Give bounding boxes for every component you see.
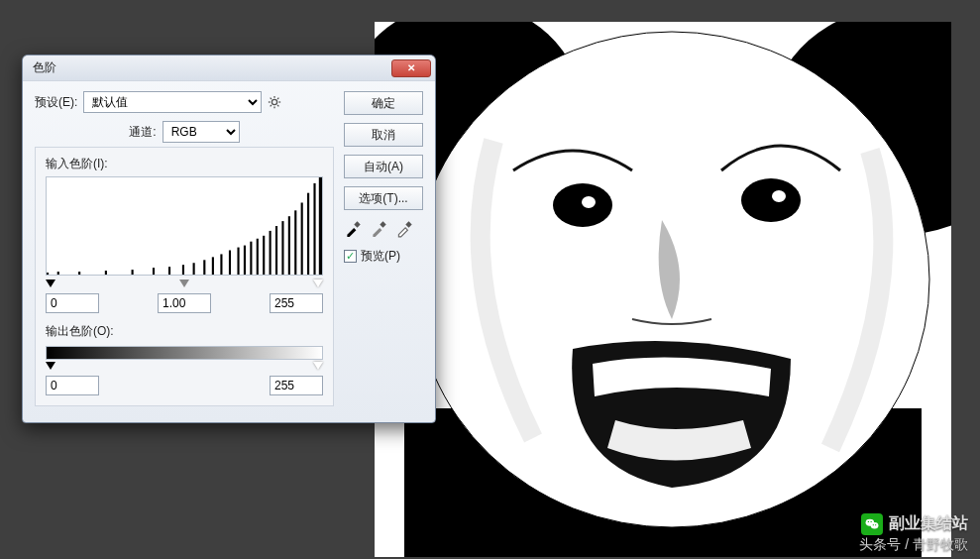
svg-rect-36: [275, 226, 277, 275]
output-levels-label: 输出色阶(O):: [46, 323, 323, 340]
input-white-field[interactable]: [270, 293, 323, 313]
svg-rect-37: [281, 221, 283, 275]
levels-dialog: 色阶 ✕ 预设(E): 默认值 通道: RGB 输入: [22, 55, 436, 423]
svg-rect-43: [319, 177, 322, 275]
svg-rect-23: [168, 267, 170, 275]
output-white-field[interactable]: [270, 376, 323, 395]
svg-rect-21: [132, 270, 134, 275]
cancel-button[interactable]: 取消: [344, 123, 423, 147]
preset-label: 预设(E):: [35, 94, 77, 111]
output-black-field[interactable]: [46, 376, 99, 395]
svg-point-51: [873, 524, 874, 525]
svg-rect-22: [153, 268, 155, 275]
black-eyedropper-icon[interactable]: [344, 220, 362, 238]
output-gradient[interactable]: [46, 346, 323, 360]
svg-rect-35: [270, 231, 272, 275]
dialog-titlebar[interactable]: 色阶 ✕: [23, 56, 435, 81]
svg-rect-42: [313, 183, 315, 275]
ok-button[interactable]: 确定: [344, 91, 423, 115]
options-button[interactable]: 选项(T)...: [344, 186, 423, 210]
preset-select[interactable]: 默认值: [83, 91, 262, 113]
white-eyedropper-icon[interactable]: [395, 220, 413, 238]
output-slider[interactable]: [46, 362, 323, 370]
input-gamma-field[interactable]: [158, 293, 211, 313]
svg-rect-33: [257, 239, 259, 275]
svg-rect-24: [182, 265, 184, 275]
black-point-slider[interactable]: [46, 280, 55, 287]
svg-line-14: [277, 105, 278, 106]
input-black-field[interactable]: [46, 293, 99, 313]
gamma-slider[interactable]: [179, 280, 189, 287]
svg-rect-30: [237, 248, 239, 275]
svg-point-48: [871, 522, 879, 529]
svg-rect-44: [354, 221, 360, 227]
svg-rect-26: [203, 260, 205, 275]
input-levels-group: 输入色阶(I):: [35, 147, 334, 406]
auto-button[interactable]: 自动(A): [344, 155, 423, 178]
svg-rect-41: [307, 193, 309, 275]
svg-line-16: [277, 98, 278, 99]
svg-rect-38: [288, 216, 290, 275]
gray-eyedropper-icon[interactable]: [370, 220, 387, 238]
wechat-icon: [861, 513, 883, 535]
histogram[interactable]: [46, 176, 323, 276]
input-levels-label: 输入色阶(I):: [46, 156, 323, 172]
watermark-sub: 头条号 / 青野牧歌: [859, 535, 968, 553]
dialog-title: 色阶: [33, 59, 56, 76]
svg-rect-39: [294, 210, 296, 275]
svg-rect-20: [105, 271, 107, 275]
close-button[interactable]: ✕: [391, 59, 431, 77]
preview-checkbox[interactable]: [344, 250, 357, 263]
svg-rect-27: [212, 257, 214, 275]
svg-point-7: [772, 190, 786, 202]
white-point-slider[interactable]: [313, 280, 323, 287]
close-icon: ✕: [407, 62, 415, 73]
svg-point-49: [868, 521, 869, 522]
svg-point-6: [741, 178, 801, 222]
canvas-image: [375, 22, 951, 557]
svg-line-15: [271, 105, 272, 106]
svg-point-50: [870, 521, 871, 522]
output-white-slider[interactable]: [313, 362, 323, 370]
svg-line-13: [271, 98, 272, 99]
svg-rect-31: [244, 246, 246, 275]
svg-rect-34: [263, 236, 265, 275]
svg-point-8: [272, 99, 277, 104]
input-slider[interactable]: [46, 280, 323, 287]
svg-rect-19: [78, 272, 80, 275]
watermark: 副业集结站 头条号 / 青野牧歌: [859, 513, 968, 553]
svg-point-5: [582, 196, 596, 208]
preview-label: 预览(P): [361, 248, 400, 265]
svg-point-52: [875, 524, 876, 525]
watermark-main: 副业集结站: [889, 513, 968, 534]
svg-rect-40: [301, 202, 303, 275]
gear-icon[interactable]: [268, 95, 281, 109]
channel-label: 通道:: [129, 124, 156, 141]
output-black-slider[interactable]: [46, 362, 55, 370]
svg-rect-46: [405, 221, 411, 227]
svg-rect-29: [229, 251, 231, 276]
svg-rect-28: [220, 254, 222, 275]
svg-rect-25: [193, 263, 195, 275]
svg-rect-32: [250, 242, 252, 275]
channel-select[interactable]: RGB: [163, 121, 240, 143]
svg-rect-17: [47, 273, 49, 275]
svg-rect-18: [57, 272, 59, 275]
svg-rect-45: [380, 221, 385, 227]
